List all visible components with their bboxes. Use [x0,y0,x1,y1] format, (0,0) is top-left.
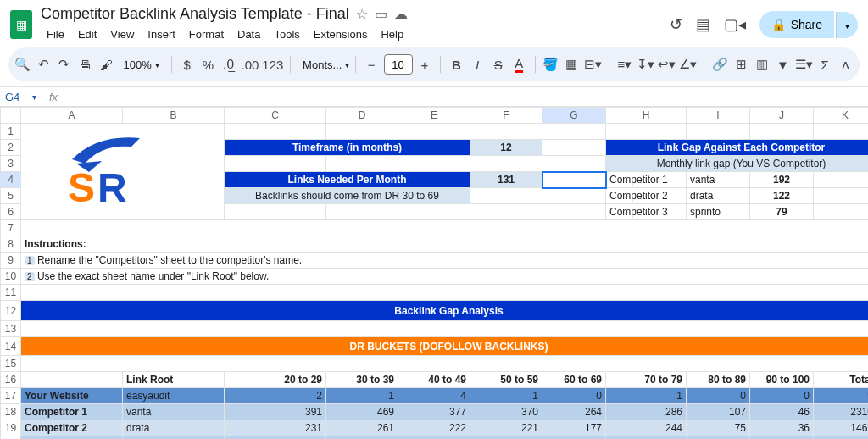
cell[interactable]: vanta [123,404,225,420]
redo-icon[interactable]: ↷ [55,53,73,76]
timeframe-label[interactable]: Timeframe (in months) [225,140,470,156]
menu-data[interactable]: Data [231,25,266,44]
history-icon[interactable]: ↺ [670,15,682,34]
table-header[interactable] [21,372,123,388]
row-header[interactable]: 12 [1,301,21,321]
cell[interactable]: sprinto [687,204,750,220]
cell[interactable]: 1 [606,388,687,404]
font-select[interactable]: Monts...▾ [298,57,348,73]
row-header[interactable]: 2 [1,140,21,156]
section-header[interactable]: Backlink Gap Analysis [21,301,869,321]
row-header[interactable]: 8 [1,236,21,253]
cell[interactable]: 107 [687,404,750,420]
cell[interactable]: 0 [750,388,814,404]
row-header[interactable]: 11 [1,285,21,301]
cell[interactable]: 391 [225,404,326,420]
link-gap-header[interactable]: Link Gap Against Each Competitor [606,140,869,156]
table-header[interactable]: 60 to 69 [542,372,606,388]
col-header[interactable]: E [398,108,470,124]
name-box[interactable]: G4▾ [0,91,42,103]
font-size-input[interactable] [384,54,413,75]
col-header[interactable]: K [814,108,869,124]
collapse-toolbar-icon[interactable]: ʌ [837,53,854,76]
text-color-icon[interactable]: A [510,53,528,76]
col-header[interactable]: D [326,108,398,124]
cell[interactable]: 136 [398,436,470,440]
row-header[interactable]: 3 [1,156,21,172]
cell[interactable]: Competitor 3 [606,204,687,220]
cell[interactable]: drata [123,420,225,436]
row-header[interactable]: 19 [1,420,21,436]
spreadsheet-grid[interactable]: A B C D E F G H I J K 1 S R 2 Timeframe … [0,107,868,439]
col-header[interactable]: J [750,108,814,124]
increase-decimal-icon[interactable]: .00 [241,53,259,76]
menu-format[interactable]: Format [183,25,230,44]
menu-tools[interactable]: Tools [268,25,305,44]
table-header[interactable]: 30 to 39 [326,372,398,388]
table-header[interactable]: Link Root [123,372,225,388]
cell[interactable]: Competitor 2 [606,188,687,204]
comments-icon[interactable]: ▤ [696,15,710,34]
col-header[interactable]: H [606,108,687,124]
cell[interactable]: 9 [814,388,869,404]
table-row-label[interactable]: Your Website [21,388,123,404]
move-folder-icon[interactable]: ▭ [375,6,387,22]
doc-title[interactable]: Competitor Backlink Analysis Template - … [41,5,349,23]
col-header[interactable]: C [225,108,326,124]
filter-icon[interactable]: ▼ [774,53,792,76]
share-dropdown-button[interactable]: ▾ [836,12,858,38]
link-icon[interactable]: 🔗 [711,53,729,76]
instruction-line[interactable]: 2 Use the exact sheet name under "Link R… [21,269,869,285]
table-header[interactable]: 50 to 59 [470,372,542,388]
cell[interactable]: 2310 [814,404,869,420]
table-header[interactable]: 70 to 79 [606,372,687,388]
dr-note[interactable]: Backlinks should come from DR 30 to 69 [225,188,470,204]
row-header[interactable]: 16 [1,372,21,388]
share-button[interactable]: 🔒 Share [760,11,834,38]
menu-edit[interactable]: Edit [72,25,103,44]
instructions-header[interactable]: Instructions: [21,236,869,253]
col-header[interactable]: I [687,108,750,124]
cell[interactable]: 0 [687,388,750,404]
cell[interactable]: 231 [225,420,326,436]
links-needed-value[interactable]: 131 [470,172,542,188]
cell[interactable]: 377 [398,404,470,420]
table-header[interactable]: 80 to 89 [687,372,750,388]
table-row-label[interactable]: Competitor 1 [21,404,123,420]
cell[interactable]: 1467 [814,420,869,436]
currency-icon[interactable]: $ [178,53,196,76]
cell[interactable]: 4 [398,388,470,404]
cell[interactable]: 122 [750,188,814,204]
col-header[interactable]: B [123,108,225,124]
cell[interactable]: 222 [398,420,470,436]
valign-icon[interactable]: ↧▾ [637,53,654,76]
rotate-icon[interactable]: ∠▾ [679,53,697,76]
cell[interactable]: easyaudit [123,388,225,404]
row-header[interactable]: 15 [1,356,21,372]
timeframe-value[interactable]: 12 [470,140,542,156]
zoom-select[interactable]: 100%▾ [118,57,164,73]
instruction-line[interactable]: 1 Rename the "Competitors" sheet to the … [21,253,869,269]
section-header[interactable]: DR BUCKETS (DOFOLLOW BACKLINKS) [21,337,869,356]
row-header[interactable]: 17 [1,388,21,404]
table-row-label[interactable]: Competitor 2 [21,420,123,436]
decrease-decimal-icon[interactable]: .0̲ [220,53,238,76]
cell[interactable]: 17 [750,436,814,440]
link-gap-subtitle[interactable]: Monthly link gap (You VS Competitor) [606,156,869,172]
menu-view[interactable]: View [104,25,140,44]
cell[interactable]: 2 [225,388,326,404]
undo-icon[interactable]: ↶ [35,53,53,76]
menu-file[interactable]: File [41,25,70,44]
cell[interactable]: drata [687,188,750,204]
cell[interactable]: 177 [542,420,606,436]
table-header[interactable]: Total [814,372,869,388]
formula-input[interactable] [64,87,868,106]
cell[interactable]: 0 [542,388,606,404]
cell[interactable]: 286 [606,404,687,420]
row-header[interactable]: 18 [1,404,21,420]
cell[interactable]: 75 [687,420,750,436]
merge-cells-icon[interactable]: ⊟▾ [584,53,602,76]
menu-insert[interactable]: Insert [142,25,181,44]
cell[interactable]: 1 [470,388,542,404]
cell[interactable]: 221 [470,420,542,436]
